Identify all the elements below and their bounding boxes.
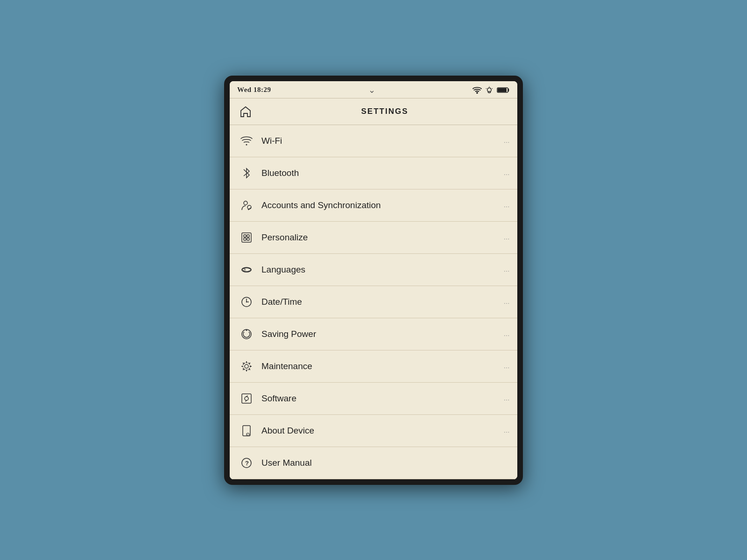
svg-point-19: [246, 301, 247, 302]
user-manual-icon: ?: [237, 454, 256, 472]
accounts-icon: [237, 196, 256, 215]
languages-label: Languages: [261, 265, 504, 275]
settings-item-datetime[interactable]: Date/Time ...: [230, 286, 517, 318]
about-device-more: ...: [504, 427, 510, 434]
wifi-more: ...: [504, 137, 510, 145]
settings-item-maintenance[interactable]: Maintenance ...: [230, 350, 517, 383]
wifi-settings-icon: [237, 132, 256, 150]
bluetooth-label: Bluetooth: [261, 168, 504, 178]
settings-list: Wi-Fi ... Bluetooth ...: [230, 125, 517, 479]
settings-item-accounts[interactable]: Accounts and Synchronization ...: [230, 189, 517, 222]
svg-rect-5: [498, 88, 507, 92]
personalize-icon: [237, 228, 256, 247]
settings-item-bluetooth[interactable]: Bluetooth ...: [230, 157, 517, 189]
bluetooth-icon: [237, 164, 256, 182]
svg-rect-24: [242, 394, 251, 403]
battery-icon: [497, 87, 510, 93]
maintenance-icon: [237, 357, 256, 376]
personalize-more: ...: [504, 234, 510, 241]
svg-rect-10: [244, 235, 246, 237]
datetime-icon: [237, 293, 256, 311]
saving-power-label: Saving Power: [261, 329, 504, 339]
device-frame: Wed 18:29 ⌄: [224, 76, 523, 485]
svg-line-3: [492, 88, 493, 89]
svg-rect-11: [247, 235, 249, 237]
header: SETTINGS: [230, 98, 517, 125]
status-icons: [472, 86, 510, 94]
accounts-label: Accounts and Synchronization: [261, 200, 504, 210]
settings-item-about-device[interactable]: i About Device ...: [230, 415, 517, 447]
svg-text:A: A: [244, 268, 246, 271]
datetime-label: Date/Time: [261, 297, 504, 307]
software-label: Software: [261, 393, 504, 404]
languages-more: ...: [504, 266, 510, 273]
wifi-label: Wi-Fi: [261, 136, 504, 146]
svg-point-0: [477, 92, 478, 93]
svg-rect-13: [247, 238, 249, 240]
svg-point-7: [244, 201, 247, 205]
about-device-icon: i: [237, 421, 256, 440]
datetime-more: ...: [504, 298, 510, 306]
screen: Wed 18:29 ⌄: [230, 81, 517, 479]
page-title: SETTINGS: [260, 107, 510, 116]
svg-line-2: [486, 88, 486, 89]
svg-text:?: ?: [245, 460, 249, 467]
settings-item-software[interactable]: Software ...: [230, 383, 517, 415]
home-button[interactable]: [237, 103, 254, 120]
maintenance-label: Maintenance: [261, 361, 504, 371]
maintenance-more: ...: [504, 363, 510, 370]
software-icon: [237, 389, 256, 408]
svg-rect-9: [242, 233, 251, 242]
status-time: Wed 18:29: [237, 86, 271, 94]
settings-item-saving-power[interactable]: Saving Power ...: [230, 318, 517, 350]
user-manual-label: User Manual: [261, 458, 510, 468]
svg-point-22: [245, 364, 248, 368]
chevron-icon: ⌄: [368, 85, 375, 95]
languages-icon: A: [237, 260, 256, 279]
status-bar: Wed 18:29 ⌄: [230, 81, 517, 98]
software-more: ...: [504, 395, 510, 402]
personalize-label: Personalize: [261, 232, 504, 243]
svg-point-8: [247, 205, 251, 209]
settings-item-personalize[interactable]: Personalize ...: [230, 222, 517, 254]
settings-item-user-manual[interactable]: ? User Manual: [230, 447, 517, 479]
saving-power-icon: [237, 325, 256, 343]
accounts-more: ...: [504, 202, 510, 209]
saving-power-more: ...: [504, 330, 510, 338]
about-device-label: About Device: [261, 426, 504, 436]
settings-item-languages[interactable]: A Languages ...: [230, 254, 517, 286]
svg-rect-12: [244, 238, 246, 240]
lightbulb-icon: [486, 86, 493, 94]
wifi-icon: [472, 86, 482, 94]
settings-item-wifi[interactable]: Wi-Fi ...: [230, 125, 517, 157]
svg-point-6: [246, 144, 247, 145]
bluetooth-more: ...: [504, 169, 510, 177]
